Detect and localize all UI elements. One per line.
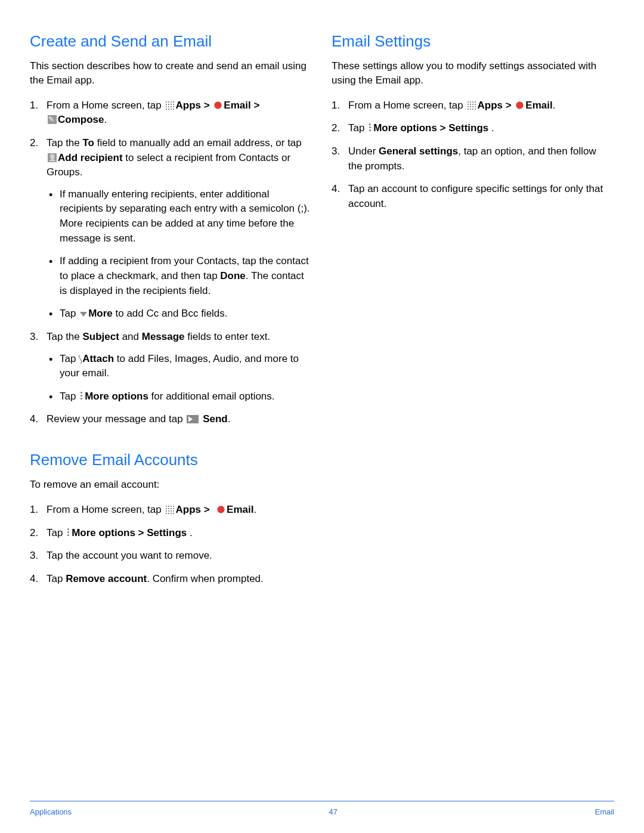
heading-create-send: Create and Send an Email — [30, 32, 310, 51]
more-options-icon — [80, 391, 83, 401]
apps-label: Apps — [175, 100, 201, 111]
text: field to manually add an email address, … — [94, 137, 302, 148]
text: Tap — [60, 353, 79, 364]
settings-label: Settings — [448, 122, 488, 134]
intro-settings: These settings allow you to modify setti… — [332, 59, 612, 88]
send-label: Send — [200, 413, 227, 425]
separator: > — [201, 504, 212, 515]
page-footer: Applications 47 Email — [30, 801, 614, 816]
bullet: If adding a recipient from your Contacts… — [47, 254, 310, 298]
bullet: Tap More options for additional email op… — [47, 389, 310, 404]
left-column: Create and Send an Email This section de… — [30, 32, 310, 594]
more-options-label: More options — [373, 122, 437, 134]
general-settings-label: General settings — [379, 145, 458, 157]
footer-left: Applications — [30, 807, 72, 816]
apps-icon — [467, 101, 476, 110]
compose-icon — [48, 115, 57, 124]
done-label: Done — [220, 270, 246, 281]
step-3: Under General settings, tap an option, a… — [332, 144, 612, 174]
email-label: Email — [525, 100, 552, 111]
text: Tap — [60, 308, 79, 319]
step-3: Tap the Subject and Message fields to en… — [30, 330, 310, 404]
send-icon — [187, 415, 199, 423]
text: . — [553, 100, 556, 111]
steps-settings: From a Home screen, tap Apps > Email. Ta… — [332, 98, 612, 212]
text: . Confirm when prompted. — [147, 573, 264, 584]
steps-remove: From a Home screen, tap Apps > Email. Ta… — [30, 503, 310, 587]
separator: > — [201, 100, 212, 111]
step-1: From a Home screen, tap Apps > Email. — [30, 503, 310, 518]
text: Tap the — [47, 331, 83, 342]
intro-remove: To remove an email account: — [30, 478, 310, 492]
to-label: To — [83, 137, 95, 148]
message-label: Message — [142, 331, 185, 342]
more-options-label: More options — [85, 391, 148, 402]
bullet: Tap ⟆Attach to add Files, Images, Audio,… — [47, 352, 310, 381]
apps-label: Apps — [175, 504, 201, 515]
text: Tap — [47, 573, 66, 584]
text: for additional email options. — [148, 391, 275, 402]
attach-label: Attach — [82, 353, 114, 364]
person-icon — [48, 153, 57, 162]
more-label: More — [88, 308, 113, 319]
text: From a Home screen, tap — [47, 504, 164, 515]
step-4: Tap an account to configure specific set… — [332, 182, 612, 211]
remove-account-label: Remove account — [66, 573, 147, 584]
step-3: Tap the account you want to remove. — [30, 549, 310, 563]
separator: > — [437, 122, 448, 134]
heading-email-settings: Email Settings — [332, 32, 612, 51]
settings-label: Settings — [147, 527, 187, 538]
text: From a Home screen, tap — [348, 100, 466, 111]
step-4: Review your message and tap Send. — [30, 412, 310, 427]
step-2: Tap the To field to manually add an emai… — [30, 136, 310, 321]
separator: > — [503, 100, 514, 111]
text: . — [488, 122, 494, 134]
text: Review your message and tap — [47, 413, 185, 425]
step-1: From a Home screen, tap Apps > Email. — [332, 98, 612, 113]
apps-icon — [165, 505, 174, 514]
email-icon — [216, 505, 225, 514]
intro-create-send: This section describes how to create and… — [30, 59, 310, 88]
separator: > — [135, 527, 147, 538]
email-icon — [213, 101, 222, 110]
text: . — [228, 413, 231, 425]
text: . — [187, 527, 192, 538]
footer-page-number: 47 — [329, 807, 338, 816]
more-options-icon — [67, 528, 70, 537]
text: Tap the — [47, 137, 83, 148]
page-body: Create and Send an Email This section de… — [0, 0, 644, 594]
text: to add Cc and Bcc fields. — [113, 308, 228, 319]
heading-remove-accounts: Remove Email Accounts — [30, 451, 310, 469]
email-icon — [515, 101, 524, 110]
text: and — [119, 331, 142, 342]
text: Under — [348, 145, 379, 157]
apps-icon — [165, 101, 174, 110]
chevron-down-icon — [80, 312, 87, 317]
email-label: Email — [224, 100, 250, 111]
right-column: Email Settings These settings allow you … — [332, 32, 612, 594]
bullet: Tap More to add Cc and Bcc fields. — [47, 306, 310, 321]
email-label: Email — [227, 504, 253, 515]
step-2: Tap More options > Settings . — [30, 526, 310, 541]
subject-label: Subject — [83, 331, 119, 342]
step-1: From a Home screen, tap Apps > Email > C… — [30, 98, 310, 128]
text: fields to enter text. — [185, 331, 271, 342]
step-4: Tap Remove account. Confirm when prompte… — [30, 572, 310, 587]
text: . — [253, 504, 256, 515]
steps-create-send: From a Home screen, tap Apps > Email > C… — [30, 98, 310, 428]
separator: > — [251, 100, 260, 111]
add-recipient-label: Add recipient — [58, 152, 123, 163]
text: Tap — [60, 391, 79, 402]
footer-right: Email — [595, 807, 614, 816]
text: . — [104, 114, 107, 125]
bullet: If manually entering recipients, enter a… — [47, 187, 310, 246]
step-2: Tap More options > Settings . — [332, 121, 612, 136]
more-options-label: More options — [72, 527, 135, 538]
apps-label: Apps — [477, 100, 503, 111]
text: Tap — [348, 122, 367, 134]
text: From a Home screen, tap — [47, 100, 164, 111]
compose-label: Compose — [58, 114, 104, 125]
text: Tap — [47, 527, 66, 538]
more-options-icon — [369, 123, 372, 132]
